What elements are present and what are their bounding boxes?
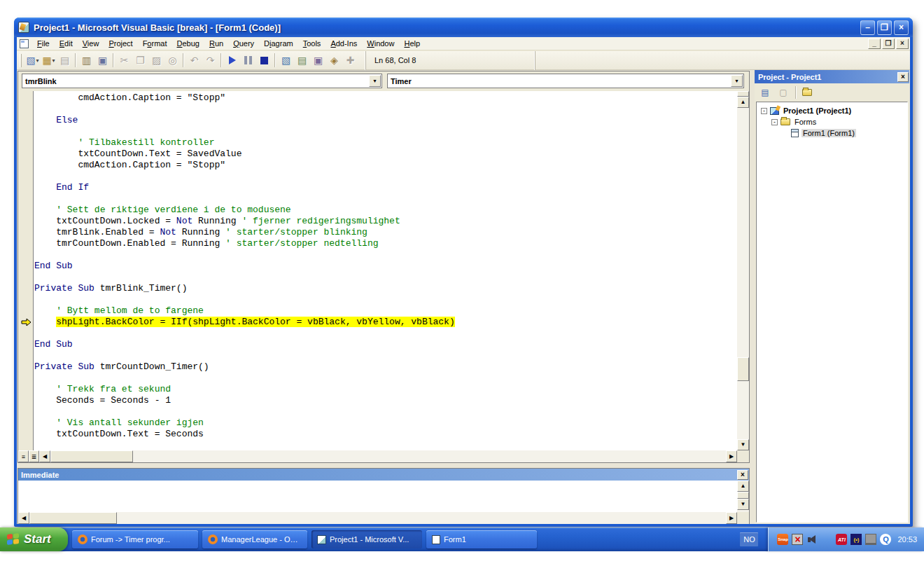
tree-item-forms[interactable]: -Forms [757,116,907,127]
immediate-close-icon[interactable]: × [737,470,748,480]
scroll-left-icon[interactable]: ◀ [39,450,50,462]
code-line: tmrBlink.Enabled = Not Running ' starter… [34,227,737,238]
code-line: cmdAction.Caption = "Stopp" [34,160,737,171]
monitor-icon[interactable] [865,534,876,545]
code-text[interactable]: cmdAction.Caption = "Stopp" Else ' Tilba… [34,91,737,450]
wireless-icon[interactable]: (•) [850,534,862,545]
maximize-button[interactable]: ❐ [877,20,892,35]
object-browser-button[interactable]: ◈ [326,53,342,68]
quicktime-icon[interactable]: Q [880,534,891,545]
toolbar-separator [75,53,76,67]
breakpoint-margin[interactable] [18,91,34,450]
hscroll-thumb[interactable] [29,512,117,524]
messenger-icon[interactable] [821,534,832,545]
code-line [34,104,737,115]
dropdown-caret-icon: ▾ [52,57,55,64]
close-button[interactable]: × [894,20,909,35]
volume-icon[interactable] [806,534,818,545]
taskbar-clock[interactable]: 20:53 [897,535,917,544]
event-combo-dropdown-icon[interactable]: ▼ [731,75,743,87]
scroll-up-icon[interactable]: ▲ [737,481,749,492]
properties-window-button[interactable]: ▤ [294,53,310,68]
scroll-right-icon[interactable]: ▶ [726,450,737,462]
menu-add-ins[interactable]: Add-Ins [326,38,362,49]
project-explorer-panel: Project - Project1 × ▤▢ -Project1 (Proje… [755,70,909,524]
object-combo[interactable]: tmrBlink ▼ [22,74,382,88]
menu-tools[interactable]: Tools [298,38,326,49]
project-explorer-button[interactable]: ▧ [278,53,294,68]
language-indicator[interactable]: NO [740,532,758,546]
code-line: ' Vis antall sekunder igjen [34,417,737,429]
form-icon [432,535,440,544]
hscroll-thumb[interactable] [50,450,133,462]
menu-editor-button: ▤ [57,53,73,68]
minimize-button[interactable]: – [860,20,875,35]
scroll-right-icon[interactable]: ▶ [726,512,737,524]
code-line [34,294,737,305]
vscroll-thumb[interactable] [737,357,749,381]
task-button-forum-timer-progr-[interactable]: Forum -> Timer progr... [72,530,198,548]
open-project-button[interactable]: ▥ [78,53,94,68]
task-button-project1-microsoft-v-[interactable]: Project1 - Microsoft V... [312,530,422,548]
cut-icon: ✂ [120,55,129,65]
scroll-down-icon[interactable]: ▼ [737,439,749,450]
menu-bar: FileEditViewProjectFormatDebugRunQueryDi… [17,37,910,50]
full-module-view-button[interactable]: ≣ [29,450,39,462]
tree-expander-icon[interactable]: - [761,108,767,114]
add-form-button[interactable]: ▦▾ [41,53,57,68]
form-code-window-icon[interactable] [20,39,29,48]
project-panel-close-icon[interactable]: × [897,72,909,82]
current-statement-arrow-icon [21,318,31,326]
code-vertical-scrollbar[interactable]: ▲ ▼ [737,91,749,450]
start-button[interactable] [224,53,240,68]
save-project-button[interactable]: ▣ [94,53,111,68]
mdi-minimize-button[interactable]: _ [868,39,881,49]
mdi-close-button[interactable]: × [896,39,909,49]
split-handle[interactable] [737,91,749,97]
object-combo-dropdown-icon[interactable]: ▼ [369,75,381,87]
event-combo[interactable]: Timer ▼ [387,74,744,88]
menu-diagram[interactable]: Diagram [259,38,298,49]
menu-window[interactable]: Window [362,38,399,49]
tree-expander-icon[interactable]: - [771,119,778,125]
add-project-button[interactable]: ▧▾ [24,53,41,68]
menu-run[interactable]: Run [204,38,228,49]
menu-format[interactable]: Format [138,38,172,49]
toolbox-icon: ✚ [346,55,355,65]
immediate-title-bar[interactable]: Immediate × [18,469,749,481]
form-layout-button[interactable]: ▣ [310,53,326,68]
tree-item-form1-form1-[interactable]: Form1 (Form1) [757,127,907,139]
menu-debug[interactable]: Debug [172,38,204,49]
menu-edit[interactable]: Edit [55,38,78,49]
project-panel-title-bar[interactable]: Project - Project1 × [755,70,909,83]
procedure-view-button[interactable]: ≡ [18,450,29,462]
display-error-icon[interactable] [792,534,803,545]
end-button[interactable] [256,53,272,68]
task-button-managerleague-onl-[interactable]: ManagerLeague - Onl... [202,530,307,548]
scroll-up-icon[interactable]: ▲ [737,97,749,108]
view-object-button[interactable]: ▢ [775,85,792,99]
menu-view[interactable]: View [78,38,104,49]
menu-query[interactable]: Query [228,38,259,49]
tree-item-project1-project1-[interactable]: -Project1 (Project1) [757,105,907,116]
code-editor[interactable]: cmdAction.Caption = "Stopp" Else ' Tilba… [18,91,749,462]
snap-icon[interactable]: Snap [777,534,788,545]
immediate-vertical-scrollbar[interactable]: ▲ ▼ [737,481,749,512]
ati-icon[interactable]: ATI [836,534,847,545]
mdi-restore-button[interactable]: ❐ [882,39,895,49]
immediate-horizontal-scrollbar[interactable]: ◀ ▶ [18,512,737,524]
menu-project[interactable]: Project [104,38,137,49]
toggle-folders-button[interactable] [800,85,817,99]
scroll-left-icon[interactable]: ◀ [18,512,29,524]
code-horizontal-scrollbar[interactable]: ≡ ≣ ◀ ▶ [18,450,737,462]
task-button-form1[interactable]: Form1 [426,530,537,548]
view-code-button[interactable]: ▤ [757,85,774,99]
start-button[interactable]: Start [0,527,68,551]
menu-help[interactable]: Help [399,38,425,49]
title-bar[interactable]: Project1 - Microsoft Visual Basic [break… [14,18,913,37]
start-icon [229,56,236,64]
menu-file[interactable]: File [32,38,55,49]
toolbar-grip[interactable] [20,54,22,67]
immediate-input-area[interactable]: ▲ ▼ ◀ ▶ [18,481,749,524]
scroll-down-icon[interactable]: ▼ [737,499,749,510]
